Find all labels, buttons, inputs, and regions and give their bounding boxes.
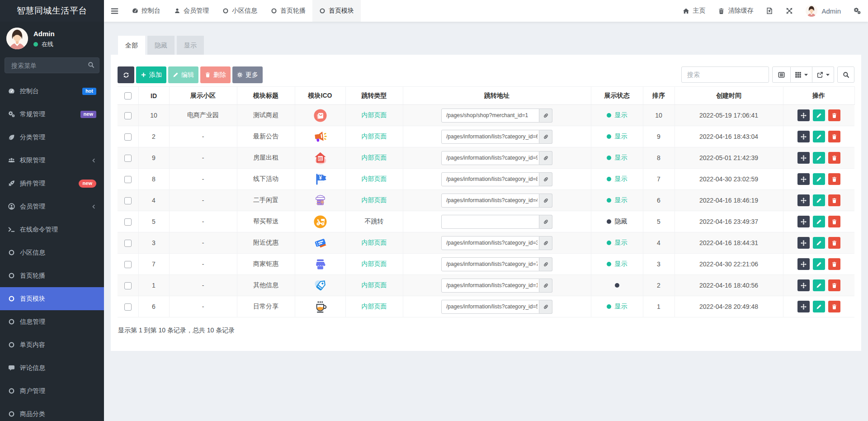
move-button[interactable] xyxy=(797,258,810,270)
link-button[interactable] xyxy=(539,130,552,144)
row-edit-button[interactable] xyxy=(813,152,825,164)
filter-tab[interactable]: 隐藏 xyxy=(147,36,175,55)
sidebar-menu-item[interactable]: 常规管理 new xyxy=(0,103,104,126)
row-edit-button[interactable] xyxy=(813,131,825,142)
move-button[interactable] xyxy=(797,152,810,164)
home-link[interactable]: 主页 xyxy=(683,7,705,15)
row-checkbox[interactable] xyxy=(124,155,132,162)
topbar-tab[interactable]: 首页模块 xyxy=(312,0,361,22)
row-delete-button[interactable] xyxy=(828,216,840,227)
link-button[interactable] xyxy=(539,257,552,271)
row-checkbox[interactable] xyxy=(124,112,132,119)
filter-tab[interactable]: 显示 xyxy=(177,36,204,55)
row-edit-button[interactable] xyxy=(813,237,825,249)
row-edit-button[interactable] xyxy=(813,194,825,206)
row-checkbox[interactable] xyxy=(124,197,132,204)
topbar-tab[interactable]: 会员管理 xyxy=(167,0,216,22)
row-checkbox[interactable] xyxy=(124,218,132,226)
row-checkbox[interactable] xyxy=(124,261,132,268)
sidebar-menu-item[interactable]: 商品分类 xyxy=(0,402,104,421)
move-button[interactable] xyxy=(797,109,810,121)
sidebar-menu-item[interactable]: 在线命令管理 xyxy=(0,218,104,241)
filter-tab[interactable]: 全部 xyxy=(118,36,145,55)
user-menu[interactable]: Admin xyxy=(806,5,841,17)
sidebar-menu-item[interactable]: 小区信息 xyxy=(0,241,104,264)
sidebar-menu-item[interactable]: 单页内容 xyxy=(0,333,104,356)
link-button[interactable] xyxy=(539,279,552,293)
move-button[interactable] xyxy=(797,279,810,291)
link-button[interactable] xyxy=(539,300,552,314)
row-checkbox[interactable] xyxy=(124,176,132,183)
move-button[interactable] xyxy=(797,237,810,249)
jump-url-input[interactable] xyxy=(441,172,539,186)
jump-url-input[interactable] xyxy=(441,279,539,293)
jump-url-input[interactable] xyxy=(441,236,539,250)
add-button[interactable]: 添加 xyxy=(136,66,166,83)
search-button[interactable] xyxy=(837,66,854,83)
move-button[interactable] xyxy=(797,173,810,185)
row-delete-button[interactable] xyxy=(828,109,840,121)
clear-cache-link[interactable]: 清除缓存 xyxy=(718,7,753,15)
row-delete-button[interactable] xyxy=(828,131,840,142)
topbar-tab[interactable]: 首页轮播 xyxy=(264,0,312,22)
sidebar-menu-item[interactable]: 权限管理 xyxy=(0,149,104,172)
row-checkbox[interactable] xyxy=(124,303,132,311)
sidebar-toggle-button[interactable] xyxy=(104,0,125,22)
row-delete-button[interactable] xyxy=(828,194,840,206)
jump-url-input[interactable] xyxy=(441,300,539,314)
refresh-button[interactable] xyxy=(118,66,134,83)
sidebar-menu-item[interactable]: 插件管理 new xyxy=(0,172,104,195)
topbar-tab[interactable]: 小区信息 xyxy=(216,0,264,22)
jump-url-input[interactable] xyxy=(441,257,539,271)
sidebar-menu-item[interactable]: 信息管理 xyxy=(0,310,104,333)
settings-button[interactable] xyxy=(854,7,861,14)
row-edit-button[interactable] xyxy=(813,279,825,291)
move-button[interactable] xyxy=(797,216,810,227)
sidebar-menu-item[interactable]: 分类管理 xyxy=(0,126,104,149)
row-edit-button[interactable] xyxy=(813,109,825,121)
move-button[interactable] xyxy=(797,131,810,142)
row-edit-button[interactable] xyxy=(813,258,825,270)
row-delete-button[interactable] xyxy=(828,301,840,312)
sidebar-menu-item[interactable]: 控制台 hot xyxy=(0,80,104,103)
row-checkbox[interactable] xyxy=(124,282,132,289)
link-button[interactable] xyxy=(539,236,552,250)
jump-url-input[interactable] xyxy=(441,130,539,144)
more-button[interactable]: 更多 xyxy=(232,66,263,83)
columns-button[interactable] xyxy=(791,66,812,83)
detail-view-button[interactable] xyxy=(772,66,791,83)
move-button[interactable] xyxy=(797,301,810,312)
link-button[interactable] xyxy=(539,215,552,229)
table-search-input[interactable] xyxy=(681,66,769,83)
jump-url-input[interactable] xyxy=(441,151,539,165)
row-delete-button[interactable] xyxy=(828,258,840,270)
jump-url-input[interactable] xyxy=(441,215,539,229)
link-button[interactable] xyxy=(539,151,552,165)
row-edit-button[interactable] xyxy=(813,301,825,312)
row-edit-button[interactable] xyxy=(813,216,825,227)
topbar-tab[interactable]: 控制台 xyxy=(125,0,167,22)
jump-url-input[interactable] xyxy=(441,109,539,123)
edit-button[interactable]: 编辑 xyxy=(168,66,198,83)
row-checkbox[interactable] xyxy=(124,133,132,141)
select-all-checkbox[interactable] xyxy=(124,92,132,99)
export-button[interactable] xyxy=(812,66,834,83)
menu-search-input[interactable] xyxy=(5,57,99,73)
row-delete-button[interactable] xyxy=(828,173,840,185)
sidebar-menu-item[interactable]: 商户管理 xyxy=(0,379,104,402)
sidebar-menu-item[interactable]: 首页轮播 xyxy=(0,264,104,287)
sidebar-menu-item[interactable]: 评论信息 xyxy=(0,356,104,379)
sidebar-menu-item[interactable]: 会员管理 xyxy=(0,195,104,218)
delete-button[interactable]: 删除 xyxy=(200,66,231,83)
jump-url-input[interactable] xyxy=(441,194,539,208)
fullscreen-button[interactable] xyxy=(786,7,793,14)
row-delete-button[interactable] xyxy=(828,237,840,249)
link-button[interactable] xyxy=(539,172,552,186)
language-button[interactable] xyxy=(766,7,773,14)
move-button[interactable] xyxy=(797,194,810,206)
link-button[interactable] xyxy=(539,194,552,208)
row-checkbox[interactable] xyxy=(124,240,132,247)
row-delete-button[interactable] xyxy=(828,152,840,164)
row-delete-button[interactable] xyxy=(828,279,840,291)
link-button[interactable] xyxy=(539,109,552,123)
